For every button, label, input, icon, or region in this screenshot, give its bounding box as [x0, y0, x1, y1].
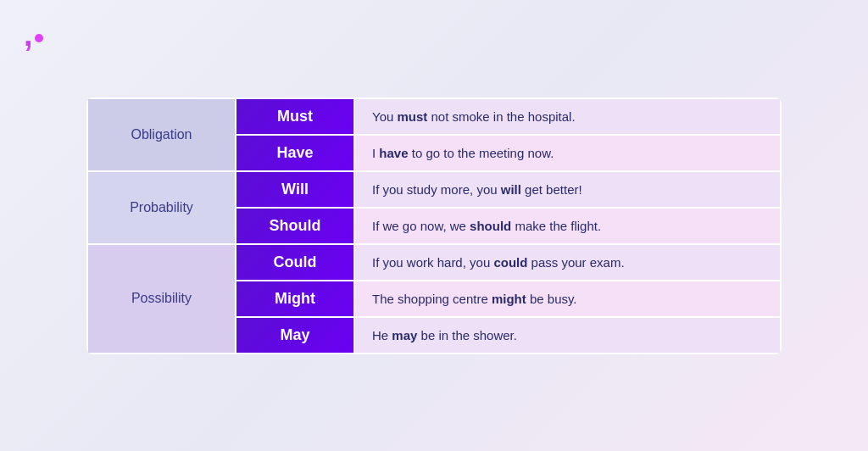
- category-possibility: Possibility: [87, 244, 236, 354]
- example-could: If you work hard, you could pass your ex…: [354, 244, 781, 281]
- table-row: Obligation Must You must not smoke in th…: [87, 98, 781, 135]
- keyword-have: Have: [236, 135, 354, 171]
- table-row: Possibility Could If you work hard, you …: [87, 244, 781, 281]
- table-row: Probability Will If you study more, you …: [87, 171, 781, 208]
- keyword-should: Should: [236, 208, 354, 244]
- modal-verbs-table: Obligation Must You must not smoke in th…: [86, 97, 782, 354]
- example-have: I have to go to the meeting now.: [354, 135, 781, 171]
- example-will: If you study more, you will get better!: [354, 171, 781, 208]
- keyword-might: Might: [236, 281, 354, 317]
- logo: ,: [24, 19, 43, 51]
- category-probability: Probability: [87, 171, 236, 244]
- keyword-may: May: [236, 317, 354, 354]
- example-must: You must not smoke in the hospital.: [354, 98, 781, 135]
- example-may: He may be in the shower.: [354, 317, 781, 354]
- logo-comma: ,: [24, 19, 33, 51]
- keyword-could: Could: [236, 244, 354, 281]
- keyword-will: Will: [236, 171, 354, 208]
- example-might: The shopping centre might be busy.: [354, 281, 781, 317]
- keyword-must: Must: [236, 98, 354, 135]
- example-should: If we go now, we should make the flight.: [354, 208, 781, 244]
- category-obligation: Obligation: [87, 98, 236, 171]
- logo-dot: [35, 34, 43, 42]
